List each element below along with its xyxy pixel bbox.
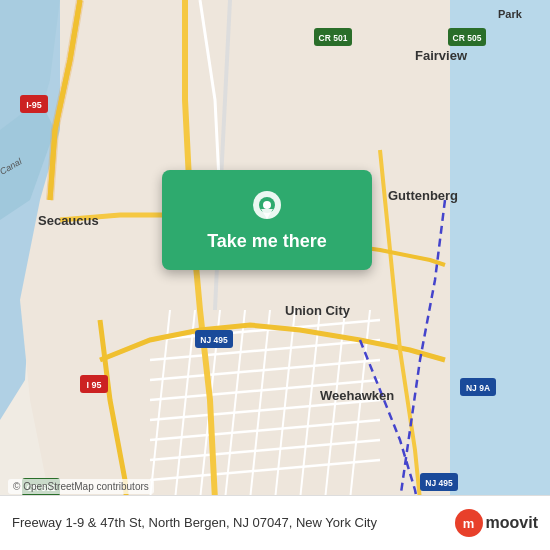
svg-text:Guttenberg: Guttenberg	[388, 188, 458, 203]
osm-credit: © OpenStreetMap contributors	[8, 479, 154, 494]
button-label: Take me there	[207, 231, 327, 252]
take-me-there-button[interactable]: Take me there	[162, 170, 372, 270]
svg-text:Fairview: Fairview	[415, 48, 468, 63]
svg-text:I-95: I-95	[26, 100, 42, 110]
svg-text:Weehawken: Weehawken	[320, 388, 394, 403]
svg-text:Union City: Union City	[285, 303, 351, 318]
moovit-logo: m moovit	[455, 509, 538, 537]
map-svg: Canal Hackensack River	[0, 0, 550, 550]
svg-marker-9	[20, 0, 450, 550]
svg-text:Secaucus: Secaucus	[38, 213, 99, 228]
svg-text:I 95: I 95	[86, 380, 101, 390]
bottom-bar: Freeway 1-9 & 47th St, North Bergen, NJ …	[0, 495, 550, 550]
osm-text: © OpenStreetMap contributors	[13, 481, 149, 492]
moovit-text: moovit	[486, 514, 538, 532]
svg-text:CR 501: CR 501	[319, 33, 348, 43]
svg-point-51	[263, 201, 271, 209]
address-text: Freeway 1-9 & 47th St, North Bergen, NJ …	[12, 514, 447, 532]
svg-text:CR 505: CR 505	[453, 33, 482, 43]
svg-text:NJ 9A: NJ 9A	[466, 383, 490, 393]
moovit-icon: m	[455, 509, 483, 537]
svg-text:NJ 495: NJ 495	[425, 478, 453, 488]
svg-text:NJ 495: NJ 495	[200, 335, 228, 345]
svg-text:Park: Park	[498, 8, 523, 20]
location-pin-icon	[249, 189, 285, 231]
map-container: Canal Hackensack River	[0, 0, 550, 550]
